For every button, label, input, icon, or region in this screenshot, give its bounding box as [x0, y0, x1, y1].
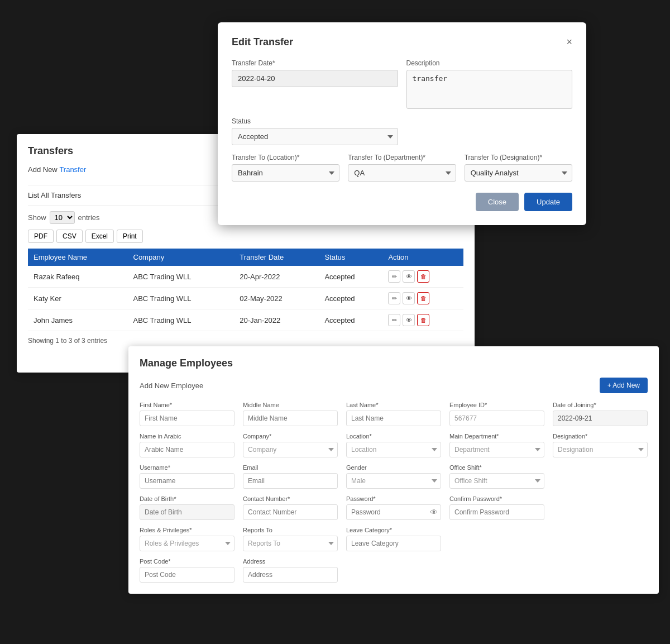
cell-company: ABC Trading WLL — [128, 266, 234, 288]
main-department-label: Main Department* — [449, 433, 544, 440]
password-label: Password* — [346, 495, 441, 502]
cell-status: Accepted — [319, 288, 382, 309]
leave-category-field: Leave Category* — [346, 527, 441, 551]
col-transfer-date: Transfer Date — [234, 249, 319, 266]
eye-icon[interactable]: 👁 — [430, 508, 438, 517]
post-code-input[interactable] — [140, 567, 234, 583]
employee-id-input[interactable] — [449, 411, 544, 426]
transfer-date-input[interactable] — [232, 70, 398, 87]
date-of-birth-field: Date of Birth* — [140, 495, 234, 520]
table-row: Katy Ker ABC Trading WLL 02-May-2022 Acc… — [28, 288, 463, 309]
add-new-transfer-link[interactable]: Transfer — [59, 165, 86, 174]
location-select[interactable]: Location — [346, 442, 441, 457]
company-field: Company* Company — [243, 433, 338, 457]
transfer-date-label: Transfer Date* — [232, 59, 398, 67]
modal-close-x-button[interactable]: × — [566, 36, 572, 48]
transfer-designation-label: Transfer To (Designation)* — [465, 154, 572, 161]
first-name-input[interactable] — [140, 411, 234, 426]
office-shift-label: Office Shift* — [449, 464, 544, 471]
name-in-arabic-input[interactable] — [140, 442, 234, 457]
email-input[interactable] — [243, 473, 338, 489]
confirm-password-field: Confirm Password* — [449, 495, 544, 520]
password-field: Password* 👁 — [346, 495, 441, 520]
cell-date: 20-Apr-2022 — [234, 266, 319, 288]
entries-label: entries — [78, 213, 100, 222]
date-of-birth-input[interactable] — [140, 504, 234, 520]
cell-company: ABC Trading WLL — [128, 288, 234, 309]
cell-date: 20-Jan-2022 — [234, 309, 319, 331]
excel-button[interactable]: Excel — [85, 230, 114, 243]
roles-privileges-select[interactable]: Roles & Privileges — [140, 536, 234, 551]
date-of-joining-field: Date of Joining* — [553, 402, 648, 426]
date-of-joining-input[interactable] — [553, 411, 648, 426]
main-department-select[interactable]: Department — [449, 442, 544, 457]
cell-status: Accepted — [319, 309, 382, 331]
username-field: Username* — [140, 464, 234, 489]
list-all-link[interactable]: List All Transfers — [28, 191, 81, 199]
csv-button[interactable]: CSV — [56, 230, 83, 243]
col-company: Company — [128, 249, 234, 266]
cell-date: 02-May-2022 — [234, 288, 319, 309]
last-name-input[interactable] — [346, 411, 441, 426]
reports-to-select[interactable]: Reports To — [243, 536, 338, 551]
gender-field: Gender Male Female — [346, 464, 441, 489]
transfer-location-select[interactable]: Bahrain — [232, 164, 339, 182]
confirm-password-label: Confirm Password* — [449, 495, 544, 502]
view-row-button[interactable]: 👁 — [403, 314, 415, 326]
close-modal-button[interactable]: Close — [476, 193, 519, 211]
status-select[interactable]: Accepted Pending Rejected — [232, 128, 398, 145]
company-select[interactable]: Company — [243, 442, 338, 457]
designation-select[interactable]: Designation — [553, 442, 648, 457]
delete-row-button[interactable]: 🗑 — [417, 292, 429, 304]
name-in-arabic-field: Name in Arabic — [140, 433, 234, 457]
update-button[interactable]: Update — [524, 193, 572, 211]
middle-name-field: Middle Name — [243, 402, 338, 426]
reports-to-field: Reports To Reports To — [243, 527, 338, 551]
print-button[interactable]: Print — [117, 230, 143, 243]
employee-id-label: Employee ID* — [449, 402, 544, 408]
username-input[interactable] — [140, 473, 234, 489]
add-new-employee-button[interactable]: + Add New — [600, 378, 648, 393]
middle-name-label: Middle Name — [243, 402, 338, 408]
cell-action: ✏ 👁 🗑 — [382, 288, 463, 309]
transfer-department-select[interactable]: QA — [348, 164, 456, 182]
showing-entries: Showing 1 to 3 of 3 entries — [28, 337, 463, 345]
address-input[interactable] — [243, 567, 338, 583]
cell-action: ✏ 👁 🗑 — [382, 266, 463, 288]
email-label: Email — [243, 464, 338, 471]
leave-category-label: Leave Category* — [346, 527, 441, 533]
name-in-arabic-label: Name in Arabic — [140, 433, 234, 440]
edit-row-button[interactable]: ✏ — [388, 292, 400, 304]
location-label: Location* — [346, 433, 441, 440]
cell-employee: Razak Rafeeq — [28, 266, 128, 288]
entries-select[interactable]: 10 25 50 — [50, 211, 75, 224]
password-input[interactable] — [346, 504, 441, 520]
office-shift-select[interactable]: Office Shift — [449, 473, 544, 489]
status-label: Status — [232, 117, 398, 125]
delete-row-button[interactable]: 🗑 — [417, 270, 429, 283]
col-status: Status — [319, 249, 382, 266]
view-row-button[interactable]: 👁 — [403, 292, 415, 304]
gender-label: Gender — [346, 464, 441, 471]
post-code-label: Post Code* — [140, 558, 234, 565]
transfer-location-label: Transfer To (Location)* — [232, 154, 339, 161]
delete-row-button[interactable]: 🗑 — [417, 314, 429, 326]
edit-row-button[interactable]: ✏ — [388, 314, 400, 326]
middle-name-input[interactable] — [243, 411, 338, 426]
view-row-button[interactable]: 👁 — [403, 270, 415, 283]
contact-number-label: Contact Number* — [243, 495, 338, 502]
first-name-label: First Name* — [140, 402, 234, 408]
last-name-label: Last Name* — [346, 402, 441, 408]
confirm-password-input[interactable] — [449, 504, 544, 520]
transfer-designation-select[interactable]: Quality Analyst — [465, 164, 572, 182]
pdf-button[interactable]: PDF — [28, 230, 54, 243]
modal-title: Edit Transfer — [232, 36, 293, 48]
description-textarea[interactable]: transfer — [406, 70, 573, 109]
company-label: Company* — [243, 433, 338, 440]
contact-number-input[interactable] — [243, 504, 338, 520]
edit-row-button[interactable]: ✏ — [388, 270, 400, 283]
gender-select[interactable]: Male Female — [346, 473, 441, 489]
leave-category-input[interactable] — [346, 536, 441, 551]
show-label: Show — [28, 213, 46, 222]
roles-privileges-field: Roles & Privileges* Roles & Privileges — [140, 527, 234, 551]
